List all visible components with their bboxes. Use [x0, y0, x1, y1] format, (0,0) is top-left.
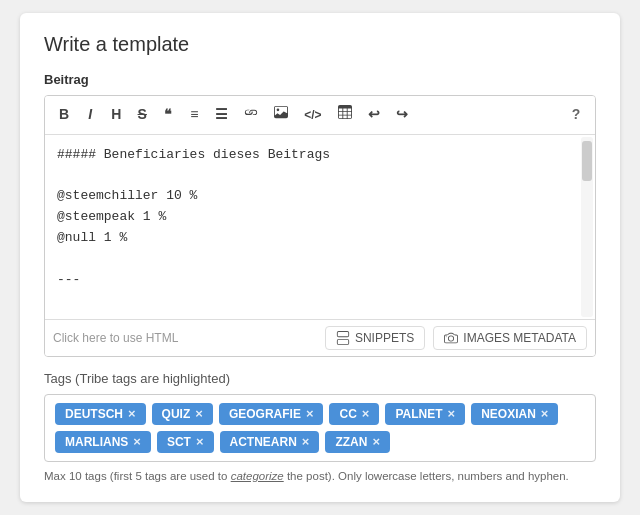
- redo-btn[interactable]: ↪: [390, 102, 414, 128]
- image-btn[interactable]: [268, 102, 294, 128]
- main-card: Write a template Beitrag B I H S ❝ ≡ ☰ <…: [20, 13, 620, 502]
- tag-item[interactable]: NEOXIAN×: [471, 403, 558, 425]
- snippets-button[interactable]: SNIPPETS: [325, 326, 425, 350]
- toolbar: B I H S ❝ ≡ ☰ </> ↩ ↪ ?: [45, 96, 595, 135]
- tag-remove-icon[interactable]: ×: [196, 435, 204, 448]
- strikethrough-btn[interactable]: S: [131, 102, 153, 128]
- tag-label: ACTNEARN: [230, 435, 297, 449]
- tag-label: NEOXIAN: [481, 407, 536, 421]
- editor-scrollbar-thumb: [582, 141, 592, 181]
- tags-section: Tags (Tribe tags are highlighted) DEUTSC…: [44, 371, 596, 482]
- tag-item[interactable]: GEOGRAFIE×: [219, 403, 324, 425]
- editor-scrollbar[interactable]: [581, 137, 593, 317]
- ordered-list-btn[interactable]: ☰: [209, 102, 234, 128]
- tag-remove-icon[interactable]: ×: [195, 407, 203, 420]
- tag-label: QUIZ: [162, 407, 191, 421]
- editor-container: B I H S ❝ ≡ ☰ </> ↩ ↪ ? ##### Beneficiar…: [44, 95, 596, 357]
- camera-icon: [444, 331, 458, 345]
- blockquote-btn[interactable]: ❝: [157, 102, 179, 128]
- tag-remove-icon[interactable]: ×: [306, 407, 314, 420]
- snippets-icon: [336, 331, 350, 345]
- tag-label: DEUTSCH: [65, 407, 123, 421]
- tag-remove-icon[interactable]: ×: [372, 435, 380, 448]
- tags-label: Tags (Tribe tags are highlighted): [44, 371, 596, 386]
- tag-item[interactable]: ACTNEARN×: [220, 431, 320, 453]
- tag-item[interactable]: SCT×: [157, 431, 214, 453]
- editor-footer: Click here to use HTML SNIPPETS IMAGES M…: [45, 319, 595, 356]
- bold-btn[interactable]: B: [53, 102, 75, 128]
- images-metadata-button[interactable]: IMAGES METADATA: [433, 326, 587, 350]
- tag-item[interactable]: ZZAN×: [325, 431, 390, 453]
- tag-remove-icon[interactable]: ×: [128, 407, 136, 420]
- section-label: Beitrag: [44, 72, 596, 87]
- page-title: Write a template: [44, 33, 596, 56]
- snippets-label: SNIPPETS: [355, 331, 414, 345]
- tags-footer-hint: Max 10 tags (first 5 tags are used to ca…: [44, 470, 596, 482]
- tag-remove-icon[interactable]: ×: [302, 435, 310, 448]
- tag-item[interactable]: QUIZ×: [152, 403, 213, 425]
- tag-item[interactable]: MARLIANS×: [55, 431, 151, 453]
- tag-label: ZZAN: [335, 435, 367, 449]
- tag-label: SCT: [167, 435, 191, 449]
- tags-hint: (Tribe tags are highlighted): [75, 371, 230, 386]
- tag-item[interactable]: CC×: [329, 403, 379, 425]
- tag-label: GEOGRAFIE: [229, 407, 301, 421]
- tag-item[interactable]: PALNET×: [385, 403, 465, 425]
- tag-label: CC: [339, 407, 356, 421]
- help-btn[interactable]: ?: [565, 102, 587, 128]
- tag-label: PALNET: [395, 407, 442, 421]
- unordered-list-btn[interactable]: ≡: [183, 102, 205, 128]
- editor-body: ##### Beneficiaries dieses Beitrags @ste…: [45, 135, 595, 319]
- tag-item[interactable]: DEUTSCH×: [55, 403, 146, 425]
- tag-remove-icon[interactable]: ×: [133, 435, 141, 448]
- undo-btn[interactable]: ↩: [362, 102, 386, 128]
- table-btn[interactable]: [332, 102, 358, 128]
- editor-textarea[interactable]: ##### Beneficiaries dieses Beitrags @ste…: [45, 135, 595, 315]
- code-btn[interactable]: </>: [298, 104, 327, 127]
- html-link[interactable]: Click here to use HTML: [53, 331, 317, 345]
- tag-remove-icon[interactable]: ×: [362, 407, 370, 420]
- tags-container[interactable]: DEUTSCH×QUIZ×GEOGRAFIE×CC×PALNET×NEOXIAN…: [44, 394, 596, 462]
- link-btn[interactable]: [238, 102, 264, 128]
- tag-remove-icon[interactable]: ×: [448, 407, 456, 420]
- images-metadata-label: IMAGES METADATA: [463, 331, 576, 345]
- heading-btn[interactable]: H: [105, 102, 127, 128]
- tag-label: MARLIANS: [65, 435, 128, 449]
- tag-remove-icon[interactable]: ×: [541, 407, 549, 420]
- italic-btn[interactable]: I: [79, 102, 101, 128]
